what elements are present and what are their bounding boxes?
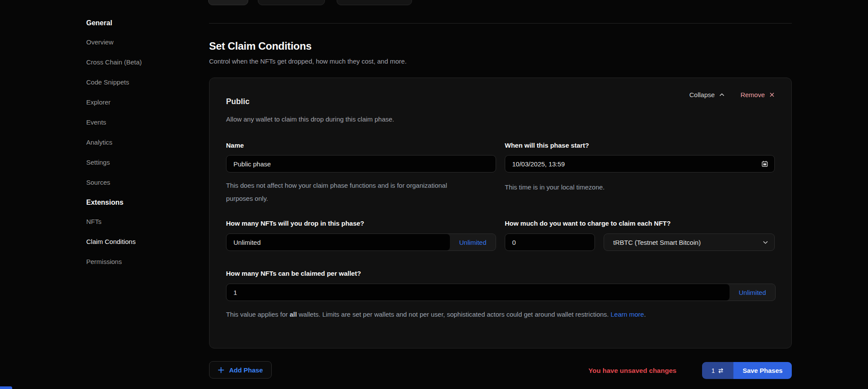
claim-phase-card: Public Allow any wallet to claim this dr… <box>209 78 792 348</box>
per-wallet-help-prefix: This value applies for <box>226 311 290 318</box>
swap-arrows-icon <box>718 368 724 374</box>
sidebar-section-general: General Overview Cross Chain (Beta) Code… <box>86 19 199 186</box>
sidebar-item-sources[interactable]: Sources <box>86 179 110 186</box>
per-wallet-input-group: Unlimited <box>226 284 776 301</box>
remove-button[interactable]: Remove <box>740 91 775 98</box>
sidebar-section-extensions: Extensions NFTs Claim Conditions Permiss… <box>86 199 199 266</box>
sidebar-item-permissions[interactable]: Permissions <box>86 258 122 266</box>
sidebar-item-analytics[interactable]: Analytics <box>86 139 112 146</box>
sidebar-item-cross-chain[interactable]: Cross Chain (Beta) <box>86 58 142 66</box>
header-divider <box>209 23 792 24</box>
per-wallet-help-middle: wallets. Limits are set per wallets and … <box>297 311 611 318</box>
cropped-tab-button[interactable] <box>208 0 248 5</box>
save-phases-button[interactable]: Save Phases <box>733 362 792 379</box>
sidebar-item-explorer[interactable]: Explorer <box>86 98 111 106</box>
contract-address-button[interactable]: 0xcDc...906e9 <box>258 0 325 5</box>
supply-input[interactable] <box>226 234 450 250</box>
name-help: This does not affect how your claim phas… <box>226 179 470 205</box>
start-datetime-value: 10/03/2025, 13:59 <box>512 160 565 168</box>
plus-icon <box>218 367 224 373</box>
block-explorer-button[interactable]: Rootstock Blockscout <box>337 0 412 5</box>
name-label: Name <box>226 142 244 149</box>
sidebar-item-nfts[interactable]: NFTs <box>86 218 101 226</box>
phase-title: Public <box>226 97 250 106</box>
price-label: How much do you want to charge to claim … <box>505 220 671 227</box>
chevron-up-icon <box>719 92 725 98</box>
page-title: Set Claim Conditions <box>209 40 311 52</box>
per-wallet-help-suffix: . <box>644 311 646 318</box>
sidebar-item-claim-conditions[interactable]: Claim Conditions <box>86 238 135 246</box>
unsaved-changes-text: You have unsaved changes <box>588 367 676 375</box>
phase-description: Allow any wallet to claim this drop duri… <box>226 115 394 123</box>
sidebar-section-general-title: General <box>86 19 199 27</box>
contract-address-label: 0xcDc...906e9 <box>274 0 311 0</box>
supply-input-group: Unlimited <box>226 233 496 251</box>
sidebar-item-code-snippets[interactable]: Code Snippets <box>86 78 129 86</box>
sidebar-item-overview[interactable]: Overview <box>86 38 114 46</box>
learn-more-link[interactable]: Learn more <box>611 311 644 318</box>
supply-unlimited-button[interactable]: Unlimited <box>450 234 496 250</box>
currency-select-value: tRBTC (Testnet Smart Bitcoin) <box>613 239 701 246</box>
start-datetime-input[interactable]: 10/03/2025, 13:59 <box>505 155 775 173</box>
collapse-button[interactable]: Collapse <box>689 91 725 98</box>
per-wallet-label: How many NFTs can be claimed per wallet? <box>226 270 361 277</box>
start-label: When will this phase start? <box>505 142 589 149</box>
sidebar: General Overview Cross Chain (Beta) Code… <box>86 19 199 278</box>
per-wallet-help: This value applies for all wallets. Limi… <box>226 308 766 321</box>
per-wallet-help-bold: all <box>290 311 297 318</box>
add-phase-button[interactable]: Add Phase <box>209 361 272 379</box>
cropped-bottom-left-element <box>0 386 12 389</box>
per-wallet-input[interactable] <box>226 284 730 301</box>
add-phase-label: Add Phase <box>229 366 263 374</box>
transaction-count-button[interactable]: 1 <box>702 362 733 379</box>
per-wallet-unlimited-button[interactable]: Unlimited <box>730 284 775 301</box>
name-input[interactable] <box>226 155 496 173</box>
page-subtitle: Control when the NFTs get dropped, how m… <box>209 58 407 65</box>
transaction-count: 1 <box>712 367 715 374</box>
remove-label: Remove <box>740 91 765 98</box>
close-icon <box>769 92 775 98</box>
sidebar-item-settings[interactable]: Settings <box>86 159 110 166</box>
sidebar-item-events[interactable]: Events <box>86 118 106 126</box>
save-cluster: 1 Save Phases <box>702 362 792 379</box>
price-amount-input[interactable] <box>505 233 595 251</box>
chevron-down-icon <box>763 240 768 245</box>
timezone-help: This time is in your local timezone. <box>505 181 605 194</box>
sidebar-section-extensions-title: Extensions <box>86 199 199 206</box>
phase-actions: Collapse Remove <box>689 91 775 98</box>
calendar-icon <box>761 160 768 167</box>
block-explorer-label: Rootstock Blockscout <box>343 0 397 0</box>
collapse-label: Collapse <box>689 91 715 98</box>
supply-label: How many NFTs will you drop in this phas… <box>226 220 364 227</box>
currency-select[interactable]: tRBTC (Testnet Smart Bitcoin) <box>604 233 775 251</box>
